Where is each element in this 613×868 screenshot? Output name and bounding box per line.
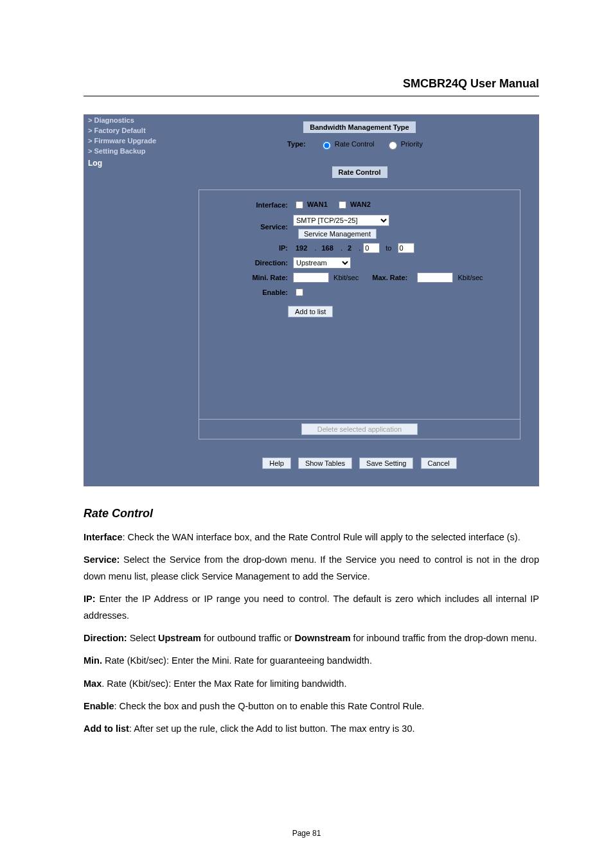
doc-min-b: Min. xyxy=(84,655,102,666)
mini-rate-unit: Kbit/sec xyxy=(333,274,359,281)
save-setting-button[interactable]: Save Setting xyxy=(359,457,413,469)
ip-oct5-input[interactable] xyxy=(398,243,414,253)
enable-label: Enable: xyxy=(211,288,288,296)
type-row: Type: Rate Control Priority xyxy=(190,139,529,150)
doc-addtolist-b: Add to list xyxy=(84,723,129,734)
app-screenshot: > Diagnostics > Factory Default > Firmwa… xyxy=(84,114,539,486)
ip-to-label: to xyxy=(386,244,391,252)
doc-enable-t: : Check the box and push the Q-button on… xyxy=(114,701,425,711)
type-label: Type: xyxy=(287,140,306,148)
max-rate-input[interactable] xyxy=(417,272,453,283)
page-title: SMCBR24Q User Manual xyxy=(84,77,539,96)
wan1-checkbox[interactable] xyxy=(296,201,303,209)
doc-interface-b: Interface xyxy=(84,532,122,542)
doc-max-b: Max xyxy=(84,678,102,689)
ip-oct4-input[interactable] xyxy=(363,243,380,253)
rate-control-panel: Rate Control Interface: WAN1 WAN2 Servic… xyxy=(190,166,529,469)
content-area: Bandwidth Management Type Type: Rate Con… xyxy=(181,115,538,486)
doc-addtolist-t: : After set up the rule, click the Add t… xyxy=(129,723,415,734)
doc-max-t: . Rate (Kbit/sec): Enter the Max Rate fo… xyxy=(102,678,346,689)
doc-direction-t2: for outbound traffic or xyxy=(201,633,295,643)
rate-control-form: Interface: WAN1 WAN2 Service: SMTP [TCP/… xyxy=(199,190,520,439)
bandwidth-mgmt-title: Bandwidth Management Type xyxy=(303,121,415,133)
doc-downstream-b: Downstream xyxy=(295,633,351,643)
doc-ip-b: IP: xyxy=(84,594,96,604)
rate-control-radio[interactable] xyxy=(323,141,331,150)
ip-label: IP: xyxy=(211,244,288,252)
ip-oct2: 168 xyxy=(321,244,333,252)
page-number: Page 81 xyxy=(0,829,613,838)
ip-oct3: 2 xyxy=(348,244,351,252)
priority-radio-label: Priority xyxy=(401,140,423,148)
mini-rate-label: Mini. Rate: xyxy=(211,274,288,281)
direction-select[interactable]: Upstream xyxy=(293,257,351,269)
doc-min-t: Rate (Kbit/sec): Enter the Mini. Rate fo… xyxy=(102,655,372,666)
service-label: Service: xyxy=(211,223,288,231)
delete-selected-button: Delete selected application xyxy=(301,423,418,435)
interface-value: WAN1 WAN2 xyxy=(293,199,508,211)
doc-heading: Rate Control xyxy=(84,507,539,520)
doc-interface-t: : Check the WAN interface box, and the R… xyxy=(122,532,520,542)
priority-radio[interactable] xyxy=(389,141,397,150)
add-to-list-button[interactable]: Add to list xyxy=(288,306,333,317)
sidebar-item-setting-backup[interactable]: > Setting Backup xyxy=(84,146,181,156)
mini-rate-input[interactable] xyxy=(293,272,329,283)
doc-direction-t3: for inbound traffic from the drop-down m… xyxy=(351,633,537,643)
doc-text: Rate Control Interface: Check the WAN in… xyxy=(84,507,539,738)
help-button[interactable]: Help xyxy=(262,457,291,469)
ip-oct1: 192 xyxy=(296,244,307,252)
doc-service-b: Service: xyxy=(84,554,120,565)
direction-label: Direction: xyxy=(211,259,288,267)
doc-direction-b: Direction: xyxy=(84,633,127,643)
service-select[interactable]: SMTP [TCP/25~25] xyxy=(293,215,389,226)
doc-direction-t1: Select xyxy=(127,633,158,643)
enable-checkbox[interactable] xyxy=(296,288,303,296)
sidebar-item-firmware-upgrade[interactable]: > Firmware Upgrade xyxy=(84,136,181,146)
service-management-button[interactable]: Service Management xyxy=(298,229,377,239)
wan1-label: WAN1 xyxy=(307,200,328,208)
doc-upstream-b: Upstream xyxy=(158,633,201,643)
max-rate-label: Max. Rate: xyxy=(372,274,407,281)
rate-control-title: Rate Control xyxy=(332,166,387,178)
wan2-label: WAN2 xyxy=(350,200,371,208)
doc-enable-b: Enable xyxy=(84,701,114,711)
sidebar-section-log[interactable]: Log xyxy=(84,157,181,169)
sidebar-item-factory-default[interactable]: > Factory Default xyxy=(84,125,181,136)
sidebar: > Diagnostics > Factory Default > Firmwa… xyxy=(84,115,181,486)
rule-list[interactable] xyxy=(199,323,520,419)
show-tables-button[interactable]: Show Tables xyxy=(298,457,352,469)
interface-label: Interface: xyxy=(211,201,288,209)
wan2-checkbox[interactable] xyxy=(339,201,346,209)
bottom-buttons: Help Show Tables Save Setting Cancel xyxy=(190,457,529,469)
max-rate-unit: Kbit/sec xyxy=(458,274,483,281)
doc-service-t: Select the Service from the drop-down me… xyxy=(84,554,539,581)
doc-ip-t: Enter the IP Address or IP range you nee… xyxy=(84,594,539,620)
rate-control-radio-label: Rate Control xyxy=(335,140,375,148)
sidebar-item-diagnostics[interactable]: > Diagnostics xyxy=(84,115,181,125)
cancel-button[interactable]: Cancel xyxy=(421,457,457,469)
ip-row: 192 .168 .2 . to xyxy=(293,243,508,253)
